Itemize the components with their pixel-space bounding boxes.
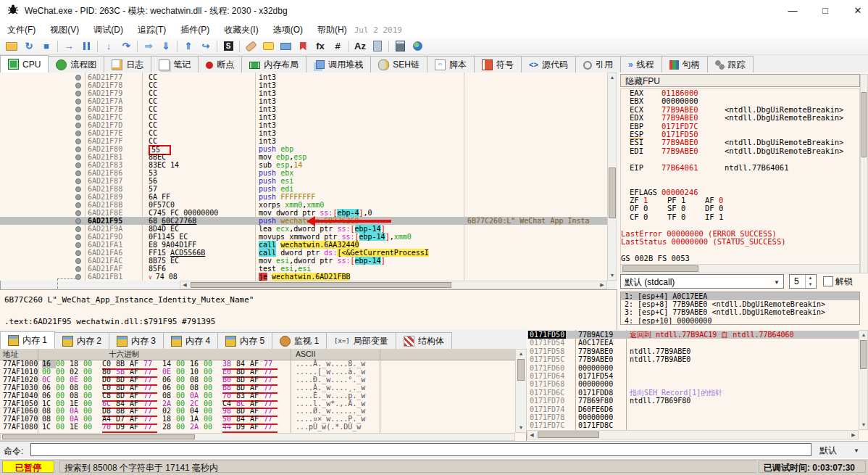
- open-file-button[interactable]: [3, 38, 20, 54]
- disasm-row[interactable]: 6AD21F7FCCint3: [0, 137, 607, 145]
- breakpoint-dot-icon[interactable]: [75, 83, 81, 88]
- stack-row[interactable]: 0171FD6800000000: [527, 380, 859, 388]
- minimize-icon[interactable]: —: [777, 0, 809, 22]
- stack-row[interactable]: 0171FD5077B9AC19返回到 ntdll.77B9AC19 自 ntd…: [527, 331, 859, 339]
- internet-button[interactable]: [409, 38, 426, 54]
- register-row[interactable]: EDI77B9ABE0<ntdll.DbgUiRemoteBreakin>: [621, 147, 859, 155]
- memory-row[interactable]: 77AF10801C001E0070D9AF7728002A0044D9AF77…: [0, 424, 514, 431]
- bottom-tab-监视1[interactable]: 监视 1: [272, 332, 327, 349]
- bottom-tab-内存3[interactable]: 内存 3: [109, 332, 164, 349]
- breakpoint-dot-icon[interactable]: [75, 274, 81, 280]
- tab-符号[interactable]: 符号: [474, 56, 522, 73]
- tab-跟踪[interactable]: 跟踪: [707, 56, 754, 73]
- breakpoint-dot-icon[interactable]: [75, 186, 81, 192]
- register-row[interactable]: EBP0171FD7C: [621, 123, 859, 131]
- registers-vscrollbar[interactable]: [860, 74, 868, 273]
- intermodular-calls-button[interactable]: fx: [312, 38, 329, 54]
- menu-item-d[interactable]: 调试(D): [86, 22, 130, 36]
- tab-脚本[interactable]: ‹›脚本: [427, 56, 475, 73]
- stack-row[interactable]: 0171FD7C0171FD8C: [527, 421, 859, 429]
- register-value[interactable]: 0171FD7C: [662, 122, 698, 131]
- disasm-row[interactable]: 6AD21FAC8B75 ECmov esi,dword ptr ss:[ebp…: [0, 257, 607, 265]
- disasm-row[interactable]: 6AD21F78CCint3: [0, 81, 607, 89]
- tab-SEH链[interactable]: SEH链: [370, 56, 427, 73]
- disasm-row[interactable]: 6AD21FA1E8 9A04D1FFcall wechatwin.6AA324…: [0, 241, 607, 249]
- step-over-button[interactable]: ↷: [117, 38, 135, 54]
- disasm-row[interactable]: 6AD21F9A8D4D EClea ecx,dword ptr ss:[ebp…: [0, 225, 607, 233]
- breakpoint-dot-icon[interactable]: [75, 75, 81, 80]
- disasm-row[interactable]: 6AD21F7CCCint3: [0, 113, 607, 121]
- tab-断点[interactable]: 断点: [198, 56, 242, 73]
- breakpoint-dot-icon[interactable]: [75, 131, 81, 136]
- tab-日志[interactable]: 日志: [104, 56, 151, 73]
- hide-fpu-button[interactable]: 隐藏FPU: [620, 74, 860, 87]
- disasm-row[interactable]: 6AD21F8653push ebx: [0, 169, 607, 177]
- call-argument-row[interactable]: 4: [esp+10] 00000000: [621, 317, 859, 325]
- memory-hscrollbar[interactable]: [0, 433, 515, 441]
- register-row[interactable]: EIP77B64061ntdll.77B64061: [621, 164, 859, 172]
- assemble-text-button[interactable]: Az: [351, 38, 369, 54]
- disasm-row[interactable]: 6AD21FAF85F6test esi,esi: [0, 265, 607, 273]
- disasm-row[interactable]: 6AD21F8055push ebp: [0, 145, 607, 153]
- attach-button[interactable]: ↪: [197, 38, 214, 54]
- stack-row[interactable]: 0171FD6000000000: [527, 364, 859, 372]
- command-type-select[interactable]: 默认▼: [816, 444, 864, 457]
- breakpoint-dot-icon[interactable]: [75, 242, 81, 248]
- menu-item-v[interactable]: 视图(V): [43, 22, 86, 36]
- stack-panel[interactable]: 0171FD5077B9AC19返回到 ntdll.77B9AC19 自 ntd…: [527, 330, 868, 441]
- remote-debug-button[interactable]: [369, 38, 386, 54]
- disasm-row[interactable]: 6AD21F7ACCint3: [0, 97, 607, 105]
- bottom-tab-内存2[interactable]: 内存 2: [54, 332, 109, 349]
- call-argument-row[interactable]: 2: [esp+8] 77B9ABE0 <ntdll.DbgUiRemoteBr…: [621, 300, 859, 308]
- breakpoint-dot-icon[interactable]: [75, 194, 81, 200]
- stack-hscrollbar[interactable]: ◀ ▶: [527, 430, 859, 439]
- register-value[interactable]: 77B9ABE0: [662, 138, 698, 146]
- disasm-row[interactable]: 6AD21F896A FFpush FFFFFFFF: [0, 193, 607, 201]
- disasm-row[interactable]: 6AD21F8756push esi: [0, 177, 607, 185]
- memory-dump-panel[interactable]: 地址 十六进制 ASCII 77AF100016001800C08BAF7714…: [0, 349, 527, 441]
- breakpoint-dot-icon[interactable]: [75, 258, 81, 264]
- registers-panel[interactable]: 隐藏FPU EAX01186000EBX00000000ECX77B9ABE0<…: [617, 73, 868, 330]
- breakpoint-dot-icon[interactable]: [75, 107, 81, 112]
- breakpoint-dot-icon[interactable]: [75, 170, 81, 176]
- menu-item-p[interactable]: 插件(P): [173, 22, 217, 36]
- bookmarks-button[interactable]: [294, 38, 312, 54]
- flag-if[interactable]: IF 1: [705, 213, 743, 221]
- tab-笔记[interactable]: 笔记: [151, 56, 199, 73]
- disassembly-panel[interactable]: 6AD21F77CCint36AD21F78CCint36AD21F79CCin…: [0, 73, 618, 281]
- flag-tf[interactable]: TF 0: [667, 213, 705, 221]
- breakpoint-dot-icon[interactable]: [75, 250, 81, 256]
- breakpoint-dot-icon[interactable]: [75, 154, 81, 160]
- breakpoint-dot-icon[interactable]: [75, 99, 81, 104]
- breakpoint-dot-icon[interactable]: [75, 146, 81, 152]
- breakpoint-dot-icon[interactable]: [75, 123, 81, 128]
- disasm-row[interactable]: 6AD21FA6FF15 ACD5566Bcall dword ptr ds:[…: [0, 249, 607, 257]
- stack-row[interactable]: 0171FD74D60FE6D6: [527, 405, 859, 413]
- bottom-tab-内存5[interactable]: 内存 5: [217, 332, 272, 349]
- tab-流程图[interactable]: 流程图: [48, 56, 104, 73]
- tab-调用堆栈[interactable]: 调用堆栈: [306, 56, 371, 73]
- arg-count-stepper[interactable]: 5▲▼: [789, 274, 817, 289]
- bottom-tab-内存4[interactable]: 内存 4: [163, 332, 218, 349]
- breakpoint-dot-icon[interactable]: [75, 226, 81, 232]
- breakpoint-dot-icon[interactable]: [75, 178, 81, 184]
- menu-item-t[interactable]: 追踪(T): [130, 22, 173, 36]
- disasm-row[interactable]: 6AD21F818BECmov ebp,esp: [0, 153, 607, 161]
- memory-vscrollbar[interactable]: ▲ ▼: [515, 349, 527, 433]
- register-row[interactable]: EDX77B9ABE0<ntdll.DbgUiRemoteBreakin>: [621, 114, 859, 122]
- breakpoint-dot-icon[interactable]: [75, 210, 81, 216]
- pause-button[interactable]: [78, 38, 95, 54]
- menu-item-f[interactable]: 文件(F): [0, 22, 43, 36]
- disasm-row[interactable]: 6AD21F9D0F1145 ECmovups xmmword ptr ss:[…: [0, 233, 607, 241]
- tab-内存布局[interactable]: 内存布局: [241, 56, 306, 73]
- registers-list[interactable]: EAX01186000EBX00000000ECX77B9ABE0<ntdll.…: [620, 88, 860, 264]
- register-value[interactable]: 01186000: [662, 88, 698, 97]
- tab-句柄[interactable]: 句柄: [662, 56, 708, 73]
- stack-row[interactable]: 0171FD640171FD54: [527, 372, 859, 380]
- spinner-arrows-icon[interactable]: ▲▼: [805, 275, 815, 288]
- register-value[interactable]: 77B9ABE0: [662, 113, 698, 122]
- run-to-user-code-button[interactable]: ⇑: [180, 38, 197, 54]
- restart-button[interactable]: ↻: [20, 38, 38, 54]
- disasm-row[interactable]: 6AD21F79CCint3: [0, 89, 607, 97]
- bottom-tab-局部变量[interactable]: [x=]局部变量: [326, 332, 396, 349]
